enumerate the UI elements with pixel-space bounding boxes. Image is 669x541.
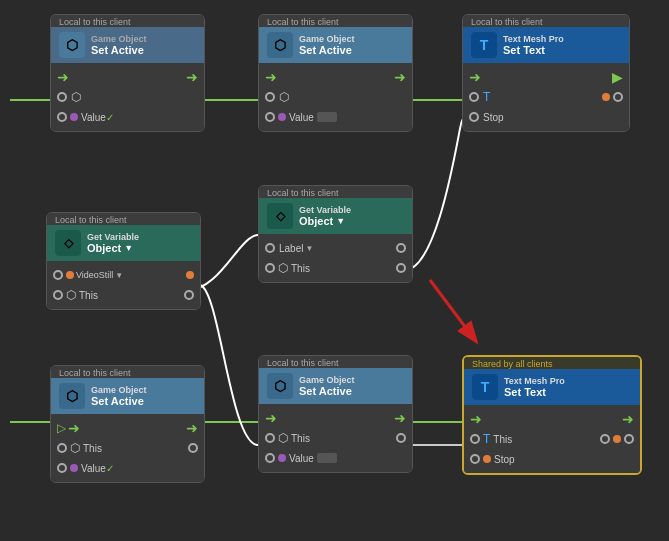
port-orange-8: [613, 435, 621, 443]
node-gameobj-4: Local to this client ⬡ Game Object Set A…: [258, 355, 413, 473]
port-orange-stop-8: [483, 455, 491, 463]
gameobj-icon-4: ⬡: [267, 373, 293, 399]
node-header-8: T Text Mesh Pro Set Text: [464, 369, 640, 405]
videostill-row: VideoStill ▼: [47, 265, 200, 285]
exec-out-1: ➜: [186, 69, 198, 85]
exec-row-8: ➜ ➜: [464, 409, 640, 429]
exec-in-2: ➜: [265, 69, 277, 85]
checkmark-1: ✓: [106, 112, 114, 123]
node-getvar-1: Local to this client ◇ Get Variable Obje…: [46, 212, 201, 310]
cube-icon-6: ⬡: [70, 441, 80, 455]
value-field-2: [317, 112, 337, 122]
stop-row-8: Stop: [464, 449, 640, 469]
this-row-6: ⬡ This: [51, 438, 204, 458]
port-val-in-7: [265, 453, 275, 463]
node-header-2: ⬡ Game Object Set Active: [259, 27, 412, 63]
exec-in-3: ➜: [469, 69, 481, 85]
port-obj-in-2: [265, 92, 275, 102]
node-body-3: ➜ ▶ T Stop: [463, 63, 629, 131]
port-val-in-1: [57, 112, 67, 122]
icon-row-1: ⬡: [51, 87, 204, 107]
exec-row-2: ➜ ➜: [259, 67, 412, 87]
node-canvas: Local to this client ⬡ Game Object Set A…: [0, 0, 669, 541]
node-body-2: ➜ ➜ ⬡ Value: [259, 63, 412, 131]
port-this-out-8: [600, 434, 610, 444]
node-gameobj-1: Local to this client ⬡ Game Object Set A…: [50, 14, 205, 132]
port-purple-1: [70, 113, 78, 121]
port-val-in-2: [265, 112, 275, 122]
exec-in-7: ➜: [265, 410, 277, 426]
port-this-in-6: [57, 443, 67, 453]
port-this-out-6: [188, 443, 198, 453]
this-row-4: ⬡ This: [47, 285, 200, 305]
port-orange-vs-out: [186, 271, 194, 279]
node-textmesh-1: Local to this client T Text Mesh Pro Set…: [462, 14, 630, 132]
node-gameobj-3: Local to this client ⬡ Game Object Set A…: [50, 365, 205, 483]
textmesh-icon-1: T: [471, 32, 497, 58]
port-val-in-6: [57, 463, 67, 473]
getvar-icon-2: ◇: [267, 203, 293, 229]
gameobj-icon-1: ⬡: [59, 32, 85, 58]
port-purple-6: [70, 464, 78, 472]
exec-out-3: ▶: [612, 69, 623, 85]
exec-out-8: ➜: [622, 411, 634, 427]
textmesh-icon-2: T: [472, 374, 498, 400]
icon-row-3: T: [463, 87, 629, 107]
exec-tri-6: ▷: [57, 421, 66, 435]
port-purple-7: [278, 454, 286, 462]
node-body-7: ➜ ➜ ⬡ This Value: [259, 404, 412, 472]
node-header-5: ◇ Get Variable Object ▼: [259, 198, 412, 234]
port-this-out-4: [184, 290, 194, 300]
port-this-in-8: [470, 434, 480, 444]
node-body-1: ➜ ➜ ⬡ Value ✓: [51, 63, 204, 131]
node-getvar-2: Local to this client ◇ Get Variable Obje…: [258, 185, 413, 283]
textmesh-t-icon-1: T: [483, 90, 490, 104]
node-header-4: ◇ Get Variable Object ▼: [47, 225, 200, 261]
exec-row-6: ▷ ➜ ➜: [51, 418, 204, 438]
node-label-3: Local to this client: [463, 15, 629, 27]
node-header-7: ⬡ Game Object Set Active: [259, 368, 412, 404]
getvar-icon-1: ◇: [55, 230, 81, 256]
value-field-7: [317, 453, 337, 463]
port-this-in-4: [53, 290, 63, 300]
label-row-5: Label ▼: [259, 238, 412, 258]
port-purple-2: [278, 113, 286, 121]
exec-out-7: ➜: [394, 410, 406, 426]
node-body-6: ▷ ➜ ➜ ⬡ This Value ✓: [51, 414, 204, 482]
node-body-8: ➜ ➜ T This Stop: [464, 405, 640, 473]
port-orange-1: [602, 93, 610, 101]
node-gameobj-2: Local to this client ⬡ Game Object Set A…: [258, 14, 413, 132]
port-label-in: [265, 243, 275, 253]
value-row-6: Value ✓: [51, 458, 204, 478]
value-row-2: Value: [259, 107, 412, 127]
exec-in-8: ➜: [470, 411, 482, 427]
port-orange-vs: [66, 271, 74, 279]
node-header-6: ⬡ Game Object Set Active: [51, 378, 204, 414]
exec-row-7: ➜ ➜: [259, 408, 412, 428]
textmesh-t-icon-2: T: [483, 432, 490, 446]
exec-out-6: ➜: [186, 420, 198, 436]
node-label-1: Local to this client: [51, 15, 204, 27]
exec-row-3: ➜ ▶: [463, 67, 629, 87]
stop-row-1: Stop: [463, 107, 629, 127]
cube-icon-4: ⬡: [66, 288, 76, 302]
node-label-8: Shared by all clients: [464, 357, 640, 369]
cube-icon-2: ⬡: [279, 90, 289, 104]
value-row-7: Value: [259, 448, 412, 468]
port-vs-in: [53, 270, 63, 280]
node-label-7: Local to this client: [259, 356, 412, 368]
node-label-5: Local to this client: [259, 186, 412, 198]
port-this-in-7: [265, 433, 275, 443]
exec-out-2: ➜: [394, 69, 406, 85]
port-this-in-5: [265, 263, 275, 273]
node-body-4: VideoStill ▼ ⬡ This: [47, 261, 200, 309]
gameobj-icon-2: ⬡: [267, 32, 293, 58]
cube-icon-5: ⬡: [278, 261, 288, 275]
gameobj-icon-3: ⬡: [59, 383, 85, 409]
port-obj-in-3: [469, 92, 479, 102]
cube-icon-7: ⬡: [278, 431, 288, 445]
port-right-1: [613, 92, 623, 102]
this-row-8: T This: [464, 429, 640, 449]
port-this-out-5: [396, 263, 406, 273]
port-label-out: [396, 243, 406, 253]
